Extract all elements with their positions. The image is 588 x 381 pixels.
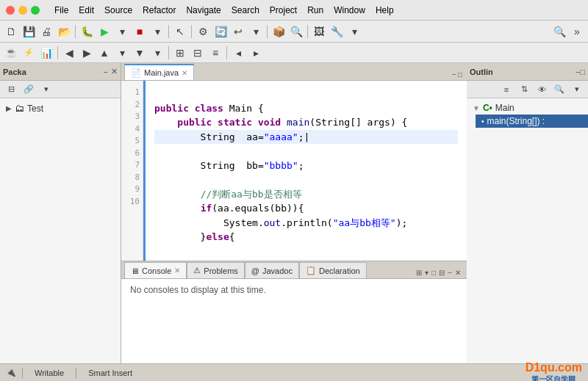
outline-sort2-button[interactable]: ⇅: [516, 81, 532, 98]
nav-fwd-button[interactable]: ▶: [79, 45, 95, 61]
bottom-ctrl5[interactable]: −: [448, 269, 452, 277]
open-persp-button[interactable]: 🔧: [329, 23, 345, 40]
status-smart-insert: Smart Insert: [82, 369, 138, 377]
nav-dropdown2[interactable]: ▾: [149, 45, 165, 61]
search-button[interactable]: 🔍: [551, 23, 567, 40]
editor-tab-close[interactable]: ✕: [182, 69, 187, 77]
link-editor-button[interactable]: 🔗: [21, 81, 37, 98]
bottom-tab-declaration-label: Declaration: [319, 266, 360, 275]
tree-arrow-test: ▶: [6, 104, 12, 112]
panel-minimize-icon[interactable]: −: [104, 68, 108, 76]
bottom-tab-console-close[interactable]: ✕: [174, 266, 180, 275]
status-icon: 🔌: [6, 368, 16, 377]
persp3-button[interactable]: 📊: [38, 45, 54, 61]
outline-expand-icon: ▼: [473, 104, 480, 112]
build-dropdown[interactable]: ▾: [149, 23, 165, 40]
breadcrumb-btn3[interactable]: ≡: [207, 45, 223, 61]
dropdown-button[interactable]: ▾: [248, 23, 264, 40]
debug-persp-button[interactable]: ⚡: [21, 45, 37, 61]
persp-dropdown[interactable]: ▾: [346, 23, 362, 40]
nav-up-button[interactable]: ▲: [96, 45, 112, 61]
bottom-ctrl1[interactable]: ⊞: [416, 269, 422, 277]
breadcrumb-btn2[interactable]: ⊟: [190, 45, 206, 61]
bottom-tab-javadoc[interactable]: @ Javadoc: [245, 262, 299, 278]
run-button[interactable]: ▶: [96, 23, 112, 40]
menu-edit[interactable]: Edit: [74, 4, 98, 17]
code-content[interactable]: public class Main { public static void m…: [143, 81, 467, 261]
menu-bar: File Edit Source Refactor Navigate Searc…: [50, 4, 398, 17]
outline-content: ▼ C• Main • main(String[]) :: [467, 98, 588, 131]
bottom-tab-console-label: Console: [142, 266, 171, 275]
save-button[interactable]: 💾: [21, 23, 37, 40]
bottom-ctrl2[interactable]: ▾: [425, 269, 429, 277]
bottom-tab-problems[interactable]: ⚠ Problems: [187, 262, 244, 278]
outline-filter-button[interactable]: 🔍: [551, 81, 567, 98]
outline-toolbar: ≡ ⇅ 👁 🔍 ▾: [467, 81, 588, 98]
outline-item-main-method[interactable]: • main(String[]) :: [476, 115, 588, 128]
editor-minimize-icon[interactable]: −: [452, 70, 456, 79]
menu-source[interactable]: Source: [100, 4, 137, 17]
close-button[interactable]: [6, 6, 15, 15]
outline-method-label: main(String[]) :: [487, 116, 545, 126]
open-type-button[interactable]: 📦: [270, 23, 287, 40]
menu-navigate[interactable]: Navigate: [182, 4, 225, 17]
java-persp-button[interactable]: ☕: [3, 45, 19, 61]
menu-refactor[interactable]: Refactor: [138, 4, 180, 17]
code-editor[interactable]: 1 2 3 4 5 6 7 8 9 10 public class Main {…: [121, 81, 467, 261]
menu-window[interactable]: Window: [329, 4, 370, 17]
prev-edit-button[interactable]: ⚙: [195, 23, 211, 40]
menu-file[interactable]: File: [50, 4, 73, 17]
refresh-button[interactable]: ↩: [230, 23, 246, 40]
outline-item-main[interactable]: ▼ C• Main: [467, 101, 588, 115]
status-sep1: [22, 368, 23, 378]
new-button[interactable]: 🗋: [3, 23, 19, 40]
minimize-button[interactable]: [18, 6, 27, 15]
outline-menu-button[interactable]: ▾: [569, 81, 585, 98]
tree-item-test[interactable]: ▶ 🗂 Test: [0, 101, 121, 115]
debug-button[interactable]: 🐛: [79, 23, 95, 40]
status-writable: Writable: [29, 369, 70, 377]
next-edit-button[interactable]: 🔄: [212, 23, 229, 40]
nav-dropdown[interactable]: ▾: [114, 45, 130, 61]
sep1: [75, 25, 76, 38]
collapse-all-button[interactable]: ⊟: [3, 81, 19, 98]
watermark: D1qu.com 第一区自学网: [526, 361, 582, 382]
stop-button[interactable]: ■: [132, 23, 148, 40]
bottom-ctrl6[interactable]: ✕: [455, 269, 461, 277]
menu-run[interactable]: Run: [303, 4, 328, 17]
nav-down-button[interactable]: ▼: [132, 45, 148, 61]
title-bar: File Edit Source Refactor Navigate Searc…: [0, 0, 588, 21]
editor-maximize-icon[interactable]: □: [458, 70, 462, 79]
menu-help[interactable]: Help: [371, 4, 398, 17]
nav-hist2[interactable]: ▸: [248, 45, 264, 61]
run-dropdown[interactable]: ▾: [114, 23, 130, 40]
menu-project[interactable]: Project: [265, 4, 301, 17]
outline-sort-button[interactable]: ≡: [498, 81, 514, 98]
bottom-tab-declaration[interactable]: 📋 Declaration: [299, 262, 367, 278]
breadcrumb-btn1[interactable]: ⊞: [172, 45, 188, 61]
more-button[interactable]: »: [569, 23, 585, 40]
watermark-subtitle: 第一区自学网: [526, 374, 582, 382]
outline-title: Outlin: [470, 68, 523, 76]
folder-button[interactable]: 📂: [56, 23, 72, 40]
perspective-button[interactable]: 🖼: [311, 23, 327, 40]
editor-tab-main-java[interactable]: 📄 Main.java ✕: [124, 64, 194, 80]
menu-search[interactable]: Search: [227, 4, 264, 17]
nav-hist1[interactable]: ◂: [230, 45, 246, 61]
print-button[interactable]: 🖨: [38, 23, 54, 40]
view-menu-button[interactable]: ▾: [38, 81, 54, 98]
nav-back-button[interactable]: ◀: [61, 45, 77, 61]
outline-maximize-icon[interactable]: □: [580, 68, 585, 76]
search-refs-button[interactable]: 🔍: [288, 23, 304, 40]
bottom-ctrl3[interactable]: □: [431, 269, 436, 277]
bottom-tab-problems-label: Problems: [204, 266, 237, 275]
pointer-button[interactable]: ↖: [172, 23, 188, 40]
maximize-button[interactable]: [31, 6, 40, 15]
bottom-ctrl4[interactable]: ⊟: [439, 269, 445, 277]
panel-close-icon[interactable]: ✕: [111, 67, 118, 76]
status-bar: 🔌 Writable Smart Insert D1qu.com 第一区自学网: [0, 363, 588, 381]
sep6: [57, 46, 58, 59]
outline-hide-button[interactable]: 👁: [534, 81, 550, 98]
bottom-tab-console[interactable]: 🖥 Console ✕: [124, 262, 187, 278]
center-main: 📄 Main.java ✕ − □ 1 2 3 4 5 6 7 8 9 10: [121, 63, 467, 363]
